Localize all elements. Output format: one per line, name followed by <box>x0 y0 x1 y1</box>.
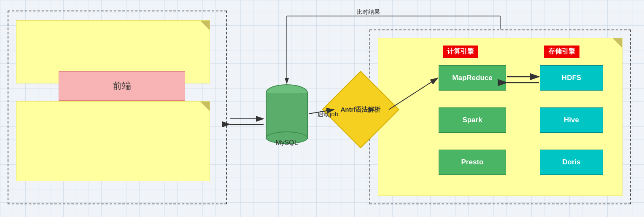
mysql-cylinder <box>266 84 308 143</box>
note-backend: Spring Boot MyBatis <box>16 101 210 181</box>
frontend-box: 前端 <box>59 71 185 101</box>
diagram-container: 前端 Spring Boot MyBatis 计算引擎 存储引擎 MapRedu… <box>0 0 644 217</box>
presto-box: Presto <box>439 150 506 175</box>
antrl-diamond-container: Antrl语法解析 <box>333 82 388 137</box>
doris-box: Doris <box>540 150 603 175</box>
compute-engine-label: 计算引擎 <box>443 46 478 58</box>
frontend-label: 前端 <box>113 80 131 92</box>
hdfs-box: HDFS <box>540 65 603 91</box>
mysql-label: MySQL <box>266 139 308 147</box>
bijiao-label: 比对结果 <box>356 8 380 16</box>
hive-box: Hive <box>540 107 603 133</box>
note-frontend: 前端 <box>16 20 210 83</box>
storage-engine-label: 存储引擎 <box>544 46 579 58</box>
mapreduce-box: MapReduce <box>439 65 506 91</box>
spark-box: Spark <box>439 107 506 133</box>
antrl-label: Antrl语法解析 <box>333 82 388 137</box>
